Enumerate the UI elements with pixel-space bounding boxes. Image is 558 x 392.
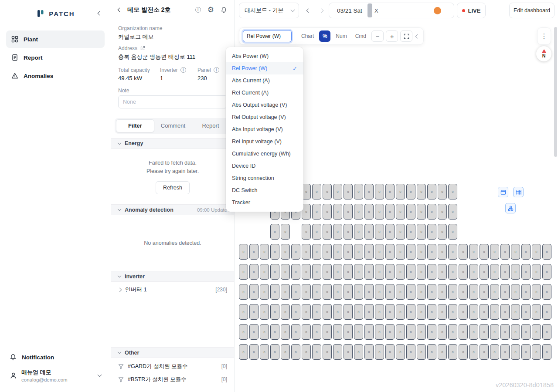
solar-module[interactable]: 0 bbox=[406, 344, 415, 360]
solar-module[interactable]: 0 bbox=[354, 344, 363, 360]
solar-module[interactable]: 0 bbox=[542, 324, 551, 340]
solar-module[interactable]: 0 bbox=[469, 324, 478, 340]
solar-module[interactable]: 0 bbox=[438, 184, 447, 199]
solar-module[interactable]: 0 bbox=[396, 204, 405, 220]
solar-module[interactable]: 0 bbox=[260, 284, 269, 300]
section-anomaly-header[interactable]: Anomaly detection 09:00 Update bbox=[111, 204, 234, 215]
solar-module[interactable]: 0 bbox=[344, 204, 353, 220]
solar-module[interactable]: 0 bbox=[239, 284, 248, 300]
solar-module[interactable]: 0 bbox=[239, 244, 248, 260]
solar-module[interactable]: 0 bbox=[459, 324, 468, 340]
solar-module[interactable]: 0 bbox=[448, 184, 457, 199]
solar-module[interactable]: 0 bbox=[532, 324, 541, 340]
solar-module[interactable]: 0 bbox=[364, 324, 374, 340]
dropdown-item[interactable]: Abs Current (A) bbox=[226, 74, 303, 87]
solar-module[interactable]: 0 bbox=[385, 184, 395, 199]
solar-module[interactable]: 0 bbox=[417, 184, 426, 199]
tab-report[interactable]: Report bbox=[192, 119, 229, 132]
solar-module[interactable]: 0 bbox=[364, 304, 374, 320]
user-menu[interactable]: 매뉴얼 데모 conalog@demo.com bbox=[10, 368, 101, 382]
solar-module[interactable]: 0 bbox=[385, 304, 395, 320]
solar-module[interactable]: 0 bbox=[532, 284, 541, 300]
solar-module[interactable]: 0 bbox=[448, 344, 457, 360]
solar-module[interactable]: 0 bbox=[448, 204, 457, 220]
dropdown-item[interactable]: String connection bbox=[226, 172, 303, 184]
solar-module[interactable]: 0 bbox=[542, 264, 551, 280]
solar-module[interactable]: 0 bbox=[396, 184, 405, 199]
solar-module[interactable]: 0 bbox=[249, 244, 259, 260]
solar-module[interactable]: 0 bbox=[302, 304, 311, 320]
solar-module[interactable]: 0 bbox=[270, 304, 279, 320]
solar-module[interactable]: 0 bbox=[542, 344, 551, 360]
solar-module[interactable]: 0 bbox=[385, 244, 395, 260]
solar-module[interactable]: 0 bbox=[469, 284, 478, 300]
solar-module[interactable]: 0 bbox=[417, 224, 426, 240]
dropdown-item[interactable]: Abs Input voltage (V) bbox=[226, 123, 303, 135]
solar-module[interactable]: 0 bbox=[312, 184, 321, 199]
solar-module[interactable]: 0 bbox=[396, 264, 405, 280]
solar-module[interactable]: 0 bbox=[291, 264, 300, 280]
dropdown-item[interactable]: Tracker bbox=[226, 196, 303, 209]
solar-module[interactable]: 0 bbox=[323, 244, 332, 260]
solar-module[interactable]: 0 bbox=[270, 344, 279, 360]
solar-module[interactable]: 0 bbox=[270, 324, 279, 340]
solar-module[interactable]: 0 bbox=[542, 304, 551, 320]
solar-module[interactable]: 0 bbox=[354, 204, 363, 220]
solar-module[interactable]: 0 bbox=[406, 224, 415, 240]
solar-module[interactable]: 0 bbox=[375, 264, 384, 280]
solar-module[interactable]: 0 bbox=[542, 244, 551, 260]
solar-module[interactable]: 0 bbox=[480, 344, 489, 360]
solar-module[interactable]: 0 bbox=[427, 184, 436, 199]
solar-module[interactable]: 0 bbox=[459, 264, 468, 280]
solar-module[interactable]: 0 bbox=[375, 344, 384, 360]
solar-module[interactable]: 0 bbox=[438, 344, 447, 360]
solar-module[interactable]: 0 bbox=[249, 344, 259, 360]
solar-module[interactable]: 0 bbox=[312, 244, 321, 260]
solar-module[interactable]: 0 bbox=[281, 224, 290, 240]
solar-module[interactable]: 0 bbox=[312, 264, 321, 280]
solar-module[interactable]: 0 bbox=[333, 224, 342, 240]
solar-module[interactable]: 0 bbox=[375, 284, 384, 300]
solar-module[interactable]: 0 bbox=[438, 284, 447, 300]
solar-module[interactable]: 0 bbox=[291, 344, 300, 360]
solar-module[interactable]: 0 bbox=[323, 304, 332, 320]
solar-module[interactable]: 0 bbox=[323, 324, 332, 340]
solar-module[interactable]: 0 bbox=[480, 284, 489, 300]
solar-module[interactable]: 0 bbox=[500, 304, 510, 320]
solar-module[interactable]: 0 bbox=[417, 264, 426, 280]
solar-module[interactable]: 0 bbox=[333, 324, 342, 340]
solar-module[interactable]: 0 bbox=[291, 304, 300, 320]
solar-module[interactable]: 0 bbox=[333, 184, 342, 199]
solar-module[interactable]: 0 bbox=[438, 204, 447, 220]
solar-module[interactable]: 0 bbox=[490, 304, 499, 320]
notification-button[interactable]: Notification bbox=[10, 354, 101, 361]
solar-module[interactable]: 0 bbox=[427, 224, 436, 240]
solar-module[interactable]: 0 bbox=[323, 284, 332, 300]
solar-module[interactable]: 0 bbox=[260, 244, 269, 260]
solar-module[interactable]: 0 bbox=[448, 324, 457, 340]
solar-module[interactable]: 0 bbox=[312, 304, 321, 320]
solar-module[interactable]: 0 bbox=[417, 284, 426, 300]
section-inverter-header[interactable]: Inverter bbox=[111, 271, 234, 282]
solar-module[interactable]: 0 bbox=[375, 184, 384, 199]
solar-module[interactable]: 0 bbox=[438, 244, 447, 260]
solar-module[interactable]: 0 bbox=[396, 324, 405, 340]
solar-module[interactable]: 0 bbox=[260, 344, 269, 360]
solar-module[interactable]: 0 bbox=[532, 304, 541, 320]
solar-module[interactable]: 0 bbox=[427, 324, 436, 340]
solar-module[interactable]: 0 bbox=[302, 224, 311, 240]
sidebar-item-anomalies[interactable]: Anomalies bbox=[6, 67, 105, 84]
solar-module[interactable]: 0 bbox=[490, 344, 499, 360]
solar-module[interactable]: 0 bbox=[291, 244, 300, 260]
solar-module[interactable]: 0 bbox=[448, 284, 457, 300]
solar-module[interactable]: 0 bbox=[333, 304, 342, 320]
solar-module[interactable]: 0 bbox=[364, 224, 374, 240]
solar-module[interactable]: 0 bbox=[500, 244, 510, 260]
solar-module[interactable]: 0 bbox=[260, 304, 269, 320]
solar-module[interactable]: 0 bbox=[333, 244, 342, 260]
solar-module[interactable]: 0 bbox=[302, 264, 311, 280]
solar-module[interactable]: 0 bbox=[500, 324, 510, 340]
solar-module[interactable]: 0 bbox=[354, 224, 363, 240]
solar-module[interactable]: 0 bbox=[396, 244, 405, 260]
solar-module[interactable]: 0 bbox=[281, 284, 290, 300]
